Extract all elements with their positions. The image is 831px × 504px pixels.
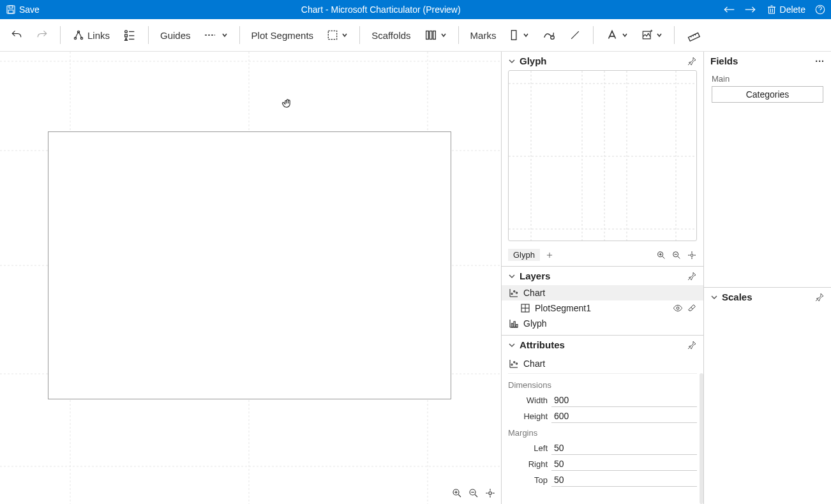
svg-rect-1 bbox=[9, 6, 13, 8]
chart-icon bbox=[508, 287, 520, 299]
svg-point-11 bbox=[820, 11, 821, 12]
glyph-panel-title: Glyph bbox=[520, 56, 683, 66]
margin-top-row: Top 50 bbox=[508, 472, 697, 488]
fields-more-button[interactable]: ··· bbox=[815, 56, 825, 66]
attributes-body: Chart Dimensions Width 900 Height 600 Ma… bbox=[502, 354, 703, 504]
guides-button[interactable]: Guides bbox=[156, 27, 195, 43]
region-button[interactable] bbox=[322, 26, 352, 44]
mark-rect-button[interactable] bbox=[505, 26, 533, 45]
glyph-tab[interactable]: Glyph bbox=[508, 249, 540, 261]
legend-icon bbox=[123, 28, 137, 42]
save-icon bbox=[5, 4, 17, 15]
undo-icon bbox=[10, 29, 23, 41]
attributes-panel-header[interactable]: Attributes bbox=[502, 336, 703, 354]
mark-line-button[interactable] bbox=[565, 26, 585, 44]
svg-rect-26 bbox=[512, 31, 516, 40]
eye-icon[interactable] bbox=[673, 303, 683, 313]
guides-line-button[interactable] bbox=[200, 27, 232, 43]
margin-left-input[interactable]: 50 bbox=[551, 441, 697, 455]
save-label: Save bbox=[19, 4, 40, 15]
text-button[interactable] bbox=[601, 26, 632, 45]
plus-icon[interactable] bbox=[545, 251, 554, 260]
legend-button[interactable] bbox=[119, 26, 140, 45]
title-bar: Save Chart - Microsoft Charticulator (Pr… bbox=[0, 0, 831, 19]
ruler-button[interactable] bbox=[682, 26, 704, 45]
scaffold-columns-button[interactable] bbox=[420, 26, 451, 45]
columns-icon bbox=[424, 28, 438, 42]
svg-rect-22 bbox=[328, 31, 336, 39]
svg-line-43 bbox=[458, 494, 461, 497]
zoom-fit-icon[interactable] bbox=[484, 487, 496, 499]
dashed-rect-icon bbox=[326, 29, 339, 41]
links-button[interactable]: Links bbox=[68, 26, 114, 44]
save-button[interactable]: Save bbox=[5, 4, 40, 15]
plot-segments-label: Plot Segments bbox=[251, 30, 314, 41]
help-icon[interactable] bbox=[814, 4, 826, 15]
margin-right-input[interactable]: 50 bbox=[551, 457, 697, 471]
layers-panel-title: Layers bbox=[520, 271, 683, 281]
bar-chart-icon bbox=[508, 318, 520, 329]
mark-symbol-button[interactable] bbox=[538, 26, 560, 45]
pin-icon[interactable] bbox=[687, 56, 697, 66]
icon-button[interactable] bbox=[637, 26, 666, 44]
fields-panel-title: Fields bbox=[710, 56, 811, 66]
svg-point-80 bbox=[511, 293, 513, 294]
zoom-in-icon[interactable] bbox=[656, 250, 666, 260]
chevron-down-icon bbox=[508, 57, 516, 65]
chevron-down-icon bbox=[656, 32, 663, 38]
glyph-footer: Glyph bbox=[502, 246, 703, 267]
margin-top-input[interactable]: 50 bbox=[551, 473, 697, 487]
zoom-out-icon[interactable] bbox=[468, 487, 479, 499]
margin-left-label: Left bbox=[508, 443, 551, 453]
redo-icon bbox=[36, 29, 49, 41]
svg-rect-17 bbox=[125, 34, 128, 37]
glyph-editor[interactable] bbox=[508, 70, 697, 241]
field-categories[interactable]: Categories bbox=[712, 86, 823, 103]
zoom-fit-icon[interactable] bbox=[687, 250, 697, 260]
margin-top-label: Top bbox=[508, 475, 551, 485]
pin-icon[interactable] bbox=[814, 292, 825, 302]
layer-glyph[interactable]: Glyph bbox=[502, 316, 703, 331]
width-input[interactable]: 900 bbox=[551, 394, 697, 407]
margin-right-row: Right 50 bbox=[508, 456, 697, 472]
undo-arrow-icon[interactable] bbox=[722, 4, 735, 15]
svg-point-81 bbox=[514, 291, 515, 292]
layer-chart-label: Chart bbox=[523, 288, 545, 298]
svg-point-86 bbox=[677, 307, 679, 309]
fields-main-label: Main bbox=[712, 74, 823, 84]
scales-panel-header[interactable]: Scales bbox=[704, 288, 831, 306]
attributes-scrollbar[interactable] bbox=[700, 373, 703, 504]
svg-line-47 bbox=[475, 494, 477, 497]
delete-button[interactable]: Delete bbox=[766, 4, 805, 15]
separator bbox=[60, 26, 61, 44]
eraser-icon[interactable] bbox=[687, 303, 697, 313]
svg-line-70 bbox=[678, 256, 680, 258]
svg-rect-24 bbox=[430, 31, 432, 40]
redo-button[interactable] bbox=[32, 26, 52, 44]
layers-panel-header[interactable]: Layers bbox=[502, 267, 703, 285]
separator bbox=[239, 26, 240, 44]
layer-chart[interactable]: Chart bbox=[502, 285, 703, 300]
glyph-panel-header[interactable]: Glyph bbox=[502, 52, 703, 70]
redo-arrow-icon[interactable] bbox=[744, 4, 757, 15]
chart-canvas-rect[interactable] bbox=[48, 131, 451, 399]
marks-button[interactable]: Marks bbox=[467, 27, 500, 43]
layer-plotsegment[interactable]: PlotSegment1 bbox=[502, 300, 703, 316]
svg-rect-2 bbox=[8, 10, 13, 13]
plot-segments-button[interactable]: Plot Segments bbox=[248, 27, 318, 43]
undo-button[interactable] bbox=[6, 26, 27, 44]
canvas-area[interactable] bbox=[0, 52, 501, 504]
hand-cursor-icon bbox=[281, 98, 294, 110]
chevron-down-icon bbox=[710, 293, 718, 301]
height-input[interactable]: 600 bbox=[551, 410, 697, 423]
dimensions-group-label: Dimensions bbox=[508, 376, 697, 392]
chart-icon bbox=[508, 358, 520, 369]
svg-line-87 bbox=[691, 308, 693, 309]
pin-icon[interactable] bbox=[687, 271, 697, 281]
scaffolds-button[interactable]: Scaffolds bbox=[368, 27, 414, 43]
zoom-out-icon[interactable] bbox=[671, 250, 682, 260]
pin-icon[interactable] bbox=[687, 340, 697, 350]
zoom-in-icon[interactable] bbox=[451, 487, 463, 499]
margins-group-label: Margins bbox=[508, 424, 697, 440]
svg-point-15 bbox=[125, 31, 128, 33]
